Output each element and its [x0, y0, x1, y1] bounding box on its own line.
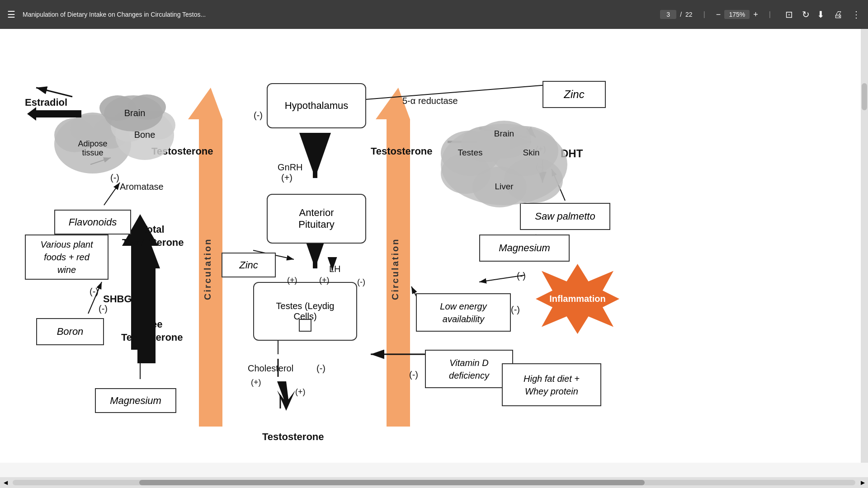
menu-icon: ☰ — [7, 9, 15, 19]
cholesterol-arrow — [270, 377, 307, 413]
gnrh-label: GnRH (+) — [278, 162, 303, 183]
low-energy-label: Low energy availability — [440, 300, 486, 325]
magnesium-bottom-box: Magnesium — [95, 388, 176, 413]
svg-text:Brain: Brain — [494, 129, 514, 138]
page-controls: / 22 — [660, 10, 692, 19]
scrollbar-thumb[interactable] — [862, 83, 867, 110]
svg-marker-63 — [277, 381, 295, 411]
document-title: Manipulation of Dietary Intake on Change… — [23, 11, 653, 18]
lh-label: LH — [329, 264, 341, 274]
zinc-left-label: Zinc — [239, 259, 258, 271]
scroll-left-arrow[interactable]: ◀ — [0, 477, 11, 488]
total-t-arrow — [133, 228, 160, 363]
five-alpha-label: 5-α reductase — [402, 96, 458, 106]
fit-page-button[interactable]: ⊡ — [785, 9, 793, 20]
toolbar: ☰ Manipulation of Dietary Intake on Chan… — [0, 0, 868, 29]
low-energy-minus: (-) — [511, 305, 520, 315]
zoom-in-button[interactable]: + — [753, 10, 758, 19]
high-fat-diet-box: High fat diet + Whey protein — [502, 363, 601, 406]
lh-plus2: (+) — [319, 276, 330, 285]
inflammation-label: Inflammation — [549, 294, 605, 304]
scroll-track[interactable] — [13, 480, 855, 485]
more-button[interactable]: ⋮ — [852, 9, 861, 20]
circulation-left: Circulation — [203, 210, 213, 300]
cholesterol-plus1: (+) — [251, 378, 261, 387]
boron-minus: (-) — [99, 304, 108, 314]
svg-point-57 — [504, 158, 563, 203]
zoom-input[interactable] — [724, 10, 750, 19]
vitamin-d-minus: (-) — [409, 370, 418, 380]
svg-text:Liver: Liver — [495, 182, 514, 191]
scroll-right-arrow[interactable]: ▶ — [857, 477, 868, 488]
menu-button[interactable]: ☰ — [7, 9, 15, 20]
circulation-right: Circulation — [390, 210, 401, 300]
estradiol-arrow — [27, 105, 81, 123]
hypo-minus: (-) — [254, 110, 263, 121]
testosterone-right-label: Testosterone — [371, 145, 433, 157]
svg-marker-62 — [133, 232, 160, 363]
scroll-thumb[interactable] — [139, 480, 645, 485]
zoom-controls: − + — [716, 10, 758, 19]
various-plant-box: Various plant foods + red wine — [25, 235, 108, 280]
low-energy-box: Low energy availability — [416, 293, 511, 332]
rotate-button[interactable]: ↻ — [802, 9, 810, 20]
svg-text:Bone: Bone — [134, 130, 156, 140]
shbg-minus: (-) — [90, 286, 99, 297]
magnesium-top-box: Magnesium — [479, 235, 570, 262]
flavonoids-label: Flavonoids — [69, 216, 117, 228]
saw-palmetto-label: Saw palmetto — [535, 211, 595, 222]
right-cloud-svg: Testes Skin Brain Liver — [434, 110, 574, 210]
horizontal-scrollbar[interactable]: ◀ ▶ — [0, 477, 868, 488]
svg-text:Testes: Testes — [458, 148, 483, 157]
divider1: | — [703, 10, 705, 19]
testosterone-bottom-label: Testosterone — [262, 431, 324, 443]
svg-text:Adipose: Adipose — [78, 139, 107, 148]
print-button[interactable]: 🖨 — [834, 9, 843, 20]
svg-text:Skin: Skin — [523, 148, 540, 157]
toolbar-actions: ⊡ ↻ — [785, 9, 810, 20]
zinc-left-box: Zinc — [222, 253, 276, 277]
vitamin-d-label: Vitamin D deficiency — [449, 357, 489, 382]
cholesterol-label: Cholesterol — [248, 363, 293, 374]
aromatase-label: Aromatase — [120, 182, 164, 192]
right-scrollbar[interactable] — [861, 29, 868, 463]
lh-minus: (-) — [357, 277, 365, 287]
svg-text:tissue: tissue — [82, 148, 103, 157]
zinc-top-right-box: Zinc — [542, 81, 606, 108]
anterior-pituitary-label: Anterior Pituitary — [298, 207, 334, 230]
inflammation-shape: Inflammation — [536, 264, 619, 334]
anterior-pituitary-box: Anterior Pituitary — [267, 194, 366, 244]
various-plant-label: Various plant foods + red wine — [41, 238, 93, 276]
magnesium-top-label: Magnesium — [499, 242, 550, 254]
testes-box: Testes (Leydig Cells) — [253, 282, 357, 341]
high-fat-diet-label: High fat diet + Whey protein — [524, 372, 580, 398]
magnesium-bottom-label: Magnesium — [110, 395, 161, 407]
flavonoids-box: Flavonoids — [54, 210, 131, 235]
divider2: | — [769, 10, 771, 19]
cholesterol-minus: (-) — [316, 363, 326, 374]
zoom-out-button[interactable]: − — [716, 10, 721, 19]
download-button[interactable]: ⬇ — [817, 9, 825, 20]
magnesium-minus: (-) — [517, 271, 526, 281]
hypothalamus-box: Hypothalamus — [267, 83, 366, 128]
page-number-input[interactable] — [660, 10, 676, 19]
content-area: Hypothalamus Anterior Pituitary Testes (… — [0, 29, 868, 488]
vitamin-d-box: Vitamin D deficiency — [425, 350, 513, 388]
page-total: 22 — [685, 11, 693, 18]
pdf-page: Hypothalamus Anterior Pituitary Testes (… — [0, 29, 868, 463]
boron-box: Boron — [36, 318, 104, 345]
svg-marker-64 — [27, 107, 81, 121]
hypothalamus-label: Hypothalamus — [285, 100, 349, 112]
svg-text:Brain: Brain — [124, 108, 146, 118]
toolbar-right: ⬇ 🖨 ⋮ — [817, 9, 861, 20]
lh-plus1: (+) — [287, 276, 297, 285]
zinc-top-right-label: Zinc — [564, 88, 584, 101]
boron-label: Boron — [57, 326, 84, 338]
diagram-container: Hypothalamus Anterior Pituitary Testes (… — [0, 47, 859, 454]
page-separator: / — [680, 11, 682, 18]
